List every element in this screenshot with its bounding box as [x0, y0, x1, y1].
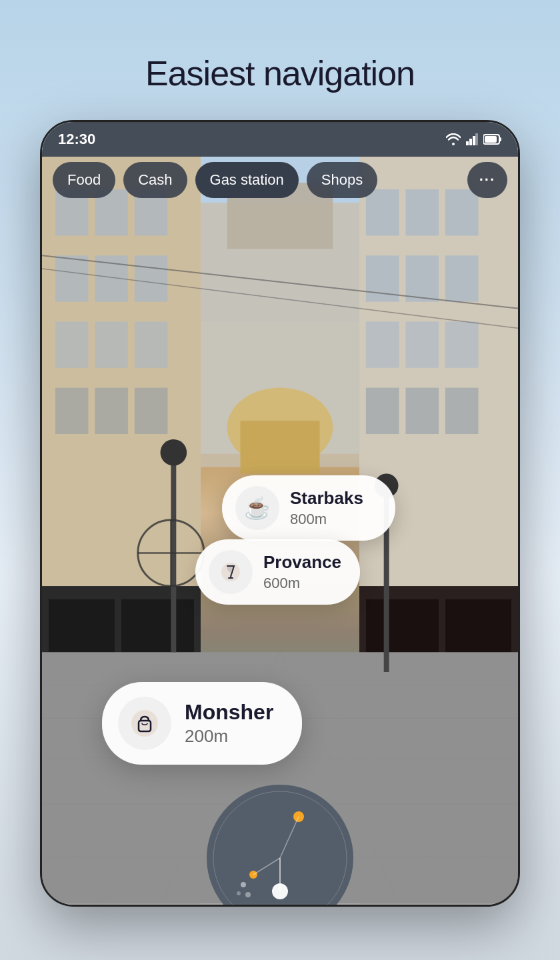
compass-container [200, 771, 360, 905]
svg-rect-11 [95, 321, 128, 367]
poi-starbaks-distance: 800m [290, 511, 363, 528]
poi-provance[interactable]: Provance 600m [195, 539, 360, 605]
svg-rect-38 [241, 421, 320, 473]
svg-rect-65 [499, 137, 501, 141]
battery-icon [483, 134, 502, 145]
svg-rect-27 [405, 321, 439, 367]
svg-rect-61 [469, 139, 472, 145]
wine-glass-icon [219, 561, 242, 583]
svg-rect-10 [55, 321, 89, 367]
svg-rect-30 [405, 388, 439, 434]
poi-provance-icon [209, 550, 253, 594]
chip-more[interactable]: ··· [467, 162, 507, 198]
svg-rect-63 [475, 133, 478, 145]
signal-icon [466, 133, 478, 145]
svg-rect-15 [135, 388, 168, 434]
svg-rect-9 [135, 255, 168, 301]
poi-monsher[interactable]: Monsher 200m [102, 682, 302, 765]
shopping-bag-icon [130, 709, 159, 738]
poi-starbaks-info: Starbaks 800m [290, 488, 363, 527]
svg-rect-13 [55, 388, 89, 434]
svg-rect-12 [135, 321, 168, 367]
svg-rect-29 [366, 388, 399, 434]
svg-rect-66 [485, 136, 497, 143]
navigation-compass [200, 771, 360, 907]
svg-rect-14 [95, 388, 128, 434]
svg-rect-26 [366, 321, 399, 367]
chip-gas-station[interactable]: Gas station [195, 162, 299, 198]
chip-food[interactable]: Food [53, 162, 115, 198]
poi-provance-name: Provance [263, 552, 341, 573]
svg-rect-60 [466, 141, 469, 145]
poi-monsher-distance: 200m [185, 726, 273, 747]
poi-provance-info: Provance 600m [263, 552, 341, 591]
svg-point-80 [237, 891, 241, 895]
chip-cash[interactable]: Cash [123, 162, 187, 198]
svg-point-79 [245, 892, 251, 897]
svg-point-78 [241, 882, 246, 887]
poi-provance-distance: 600m [263, 575, 341, 592]
poi-starbaks-name: Starbaks [290, 488, 363, 509]
svg-rect-28 [445, 321, 479, 367]
svg-rect-62 [473, 136, 475, 145]
svg-rect-7 [55, 255, 89, 301]
phone-frame: 12:30 Food Cash [40, 120, 520, 907]
filter-chips: Food Cash Gas station Shops ··· [53, 162, 507, 198]
svg-rect-24 [405, 255, 439, 301]
status-bar: 12:30 [42, 122, 518, 157]
wifi-icon [446, 133, 461, 145]
status-time: 12:30 [58, 131, 95, 148]
poi-starbaks[interactable]: ☕ Starbaks 800m [222, 475, 395, 541]
svg-point-68 [131, 710, 158, 737]
poi-monsher-info: Monsher 200m [185, 700, 273, 747]
svg-rect-31 [445, 388, 479, 434]
status-icons [446, 133, 502, 145]
svg-point-54 [161, 439, 187, 466]
svg-rect-25 [445, 255, 479, 301]
poi-starbaks-icon: ☕ [235, 486, 279, 530]
chip-shops[interactable]: Shops [307, 162, 377, 198]
poi-monsher-name: Monsher [185, 700, 273, 725]
poi-monsher-icon [118, 697, 171, 750]
page-title: Easiest navigation [145, 53, 415, 93]
